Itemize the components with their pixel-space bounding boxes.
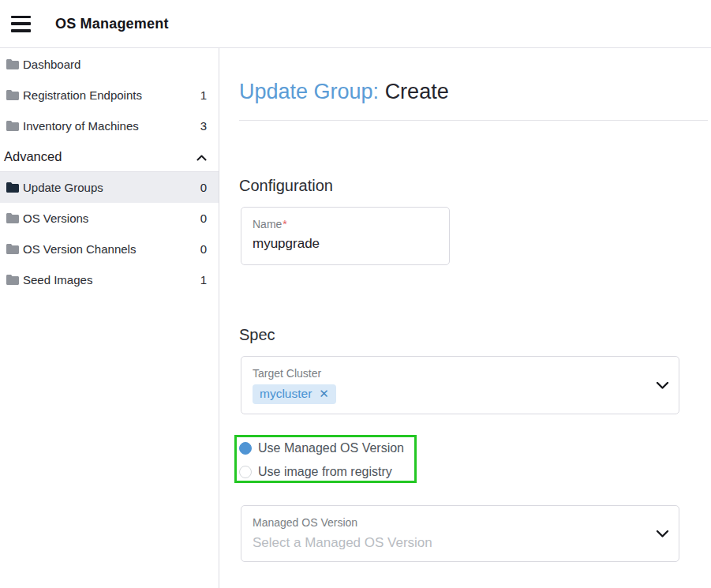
configuration-heading: Configuration — [239, 177, 333, 195]
radio-label: Use Managed OS Version — [258, 441, 404, 455]
target-cluster-chip[interactable]: mycluster ✕ — [253, 384, 336, 404]
sidebar-item-count: 1 — [200, 88, 207, 102]
sidebar-item-dashboard[interactable]: Dashboard — [0, 49, 219, 80]
title-divider — [239, 120, 708, 121]
chevron-down-icon[interactable] — [656, 530, 669, 538]
managed-os-version-label: Managed OS Version — [253, 516, 668, 529]
page-title: Update Group: Create — [239, 80, 449, 104]
menu-icon[interactable] — [11, 16, 31, 32]
app-title: OS Management — [55, 16, 169, 32]
folder-icon — [6, 90, 19, 100]
radio-unselected-icon[interactable] — [239, 466, 252, 478]
sidebar: Dashboard Registration Endpoints 1 Inven… — [0, 48, 219, 588]
sidebar-item-update-groups[interactable]: Update Groups 0 — [0, 172, 219, 203]
folder-icon — [6, 275, 19, 285]
screen: OS Management Dashboard Registration End… — [0, 0, 711, 588]
sidebar-section-label: Advanced — [4, 149, 196, 164]
sidebar-item-count: 0 — [200, 212, 207, 225]
sidebar-item-label: Update Groups — [23, 181, 200, 194]
sidebar-item-label: Inventory of Machines — [23, 119, 200, 133]
sidebar-item-count: 0 — [200, 242, 207, 256]
managed-os-version-select[interactable]: Managed OS Version Select a Managed OS V… — [241, 505, 679, 562]
spec-heading: Spec — [239, 326, 275, 344]
target-cluster-label: Target Cluster — [253, 367, 668, 380]
radio-selected-icon[interactable] — [239, 442, 252, 455]
sidebar-section-advanced[interactable]: Advanced — [0, 141, 219, 172]
sidebar-item-count: 3 — [200, 119, 207, 133]
folder-icon — [6, 213, 19, 223]
radio-label: Use image from registry — [258, 465, 392, 479]
name-field[interactable]: Name* myupgrade — [241, 207, 450, 265]
name-field-label: Name* — [253, 218, 438, 230]
sidebar-item-registration-endpoints[interactable]: Registration Endpoints 1 — [0, 80, 219, 110]
sidebar-item-label: Dashboard — [23, 58, 207, 71]
sidebar-item-inventory-of-machines[interactable]: Inventory of Machines 3 — [0, 110, 219, 141]
required-marker: * — [283, 218, 286, 230]
sidebar-item-seed-images[interactable]: Seed Images 1 — [0, 264, 219, 295]
chip-label: mycluster — [260, 387, 312, 401]
sidebar-item-label: OS Version Channels — [23, 242, 200, 256]
name-field-value[interactable]: myupgrade — [253, 236, 438, 252]
page-title-prefix: Update Group: — [239, 80, 379, 103]
sidebar-item-label: OS Versions — [23, 212, 200, 225]
managed-os-version-placeholder: Select a Managed OS Version — [253, 535, 668, 551]
radio-use-managed-os-version[interactable]: Use Managed OS Version — [239, 436, 404, 459]
sidebar-item-os-version-channels[interactable]: OS Version Channels 0 — [0, 234, 219, 264]
chevron-down-icon[interactable] — [656, 381, 669, 390]
chip-remove-icon[interactable]: ✕ — [319, 387, 329, 401]
folder-icon — [6, 182, 19, 193]
sidebar-item-label: Registration Endpoints — [23, 88, 200, 102]
chevron-up-icon — [196, 149, 207, 164]
sidebar-item-count: 1 — [200, 273, 207, 287]
folder-icon — [6, 59, 19, 69]
sidebar-item-count: 0 — [200, 181, 207, 194]
main-content: Update Group: Create Configuration Name*… — [219, 48, 711, 588]
page-title-mode: Create — [385, 80, 449, 103]
sidebar-item-label: Seed Images — [23, 273, 200, 287]
app-header: OS Management — [0, 0, 711, 48]
folder-icon — [6, 244, 19, 254]
radio-use-image-from-registry[interactable]: Use image from registry — [239, 460, 392, 483]
folder-icon — [6, 121, 19, 131]
sidebar-item-os-versions[interactable]: OS Versions 0 — [0, 203, 219, 234]
target-cluster-select[interactable]: Target Cluster mycluster ✕ — [241, 356, 679, 414]
